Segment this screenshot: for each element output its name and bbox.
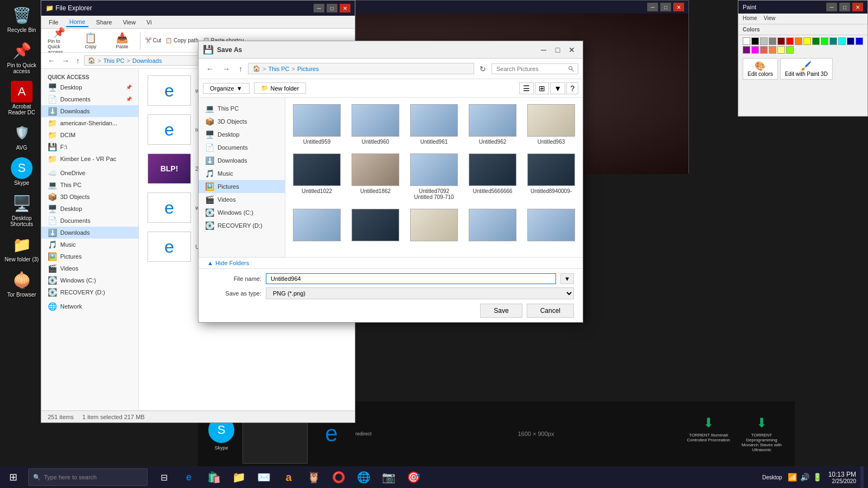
desktop-icon-skype[interactable]: S Skype bbox=[2, 155, 41, 188]
sidebar-f-drive[interactable]: 💾 F:\ bbox=[41, 141, 138, 153]
dsb-music[interactable]: 🎵 Music bbox=[199, 167, 285, 180]
addr-this-pc[interactable]: This PC bbox=[103, 57, 124, 64]
taskbar-task-view[interactable]: ⊟ bbox=[152, 466, 176, 488]
sidebar-music[interactable]: 🎵 Music bbox=[41, 239, 138, 251]
sidebar-network[interactable]: 🌐 Network bbox=[41, 300, 138, 312]
copy-path-option[interactable]: 📋 Copy path bbox=[165, 37, 198, 43]
thumb-row3-3[interactable] bbox=[407, 207, 461, 246]
edge-icon-area[interactable]: e bbox=[310, 421, 353, 447]
save-button[interactable]: Save bbox=[480, 304, 522, 318]
taskbar-chrome[interactable]: 🌐 bbox=[352, 466, 375, 488]
volume-tray-icon[interactable]: 🔊 bbox=[800, 473, 809, 481]
close-button[interactable]: ✕ bbox=[340, 4, 350, 12]
desktop-icon-tor[interactable]: 🧅 Tor Browser bbox=[2, 267, 41, 300]
filetype-select[interactable]: PNG (*.png) bbox=[266, 287, 574, 299]
thumb-row3-1[interactable] bbox=[290, 207, 344, 246]
dsb-windows-c[interactable]: 💽 Windows (C:) bbox=[199, 206, 285, 219]
thumb-untitled962[interactable]: Untitled962 bbox=[465, 102, 520, 147]
color-lime[interactable] bbox=[821, 37, 828, 45]
thumb-untitled8940[interactable]: Untitled8940009- bbox=[524, 151, 578, 202]
thumb-row3-2[interactable] bbox=[348, 207, 403, 246]
view-options-btn[interactable]: ▼ bbox=[550, 82, 565, 94]
taskbar-clock[interactable]: 10:13 PM 2/25/2020 bbox=[828, 471, 856, 484]
filename-input[interactable] bbox=[266, 273, 556, 284]
color-teal[interactable] bbox=[829, 37, 837, 45]
maximize-button[interactable]: □ bbox=[327, 4, 337, 12]
taskbar-search-box[interactable]: 🔍 Type here to search bbox=[28, 468, 148, 486]
paint-ribbon-view[interactable]: View bbox=[762, 15, 778, 23]
battery-tray-icon[interactable]: 🔋 bbox=[813, 473, 822, 481]
edit-paint3d-btn[interactable]: 🖌️ Edit with Paint 3D bbox=[780, 58, 833, 80]
thumb-untitled961[interactable]: Untitled961 bbox=[407, 102, 461, 147]
color-silver[interactable] bbox=[760, 37, 768, 45]
ribbon-view[interactable]: View bbox=[119, 18, 139, 27]
dsb-documents[interactable]: 📄 Documents bbox=[199, 141, 285, 154]
color-navy[interactable] bbox=[847, 37, 854, 45]
forward-button[interactable]: → bbox=[60, 55, 72, 66]
taskbar-edge[interactable]: e bbox=[177, 466, 201, 488]
new-folder-button[interactable]: 📁 New folder bbox=[254, 82, 307, 94]
thumb-untitled1022[interactable]: Untitled1022 bbox=[290, 151, 344, 202]
hide-folders-toggle[interactable]: ▲ Hide Folders bbox=[199, 257, 583, 268]
copy-btn[interactable]: 📋 Copy bbox=[77, 31, 104, 50]
taskbar-mail[interactable]: ✉️ bbox=[252, 466, 276, 488]
taskbar-camera[interactable]: 📷 bbox=[376, 466, 400, 488]
color-orange[interactable] bbox=[795, 37, 802, 45]
color-purple[interactable] bbox=[743, 46, 750, 54]
dsb-pictures[interactable]: 🖼️ Pictures bbox=[199, 180, 285, 193]
desktop-icon-recycle-bin[interactable]: 🗑️ Recycle Bin bbox=[2, 2, 41, 35]
color-coral[interactable] bbox=[769, 46, 776, 54]
desktop-icon-shortcuts[interactable]: 🖥️ Desktop Shortcuts bbox=[2, 190, 41, 229]
ribbon-vi[interactable]: Vi bbox=[143, 18, 155, 27]
sidebar-dcim[interactable]: 📁 DCIM bbox=[41, 129, 138, 141]
color-black[interactable] bbox=[751, 37, 759, 45]
thumb-row3-5[interactable] bbox=[524, 207, 578, 246]
color-blue[interactable] bbox=[856, 37, 863, 45]
taskbar-file-explorer[interactable]: 📁 bbox=[227, 466, 251, 488]
thumb-untitled960[interactable]: Untitled960 bbox=[348, 102, 403, 147]
sidebar-kimber[interactable]: 📁 Kimber Lee - VR Pac bbox=[41, 153, 138, 165]
edit-colors-btn[interactable]: 🎨 Edit colors bbox=[743, 58, 778, 80]
camera-minimize[interactable]: ─ bbox=[647, 3, 658, 11]
sidebar-desktop[interactable]: 🖥️ Desktop 📌 bbox=[41, 81, 138, 93]
dialog-search-input[interactable] bbox=[492, 63, 578, 74]
taskbar-store[interactable]: 🛍️ bbox=[202, 466, 226, 488]
paste-btn[interactable]: 📥 Paste bbox=[108, 31, 136, 50]
thumb-untitled959[interactable]: Untitled959 bbox=[290, 102, 344, 147]
sidebar-documents[interactable]: 📄 Documents 📌 bbox=[41, 93, 138, 105]
paint-minimize[interactable]: ─ bbox=[826, 3, 837, 11]
dsb-desktop[interactable]: 🖥️ Desktop bbox=[199, 128, 285, 141]
dialog-addr-pictures[interactable]: Pictures bbox=[297, 66, 319, 72]
color-rose[interactable] bbox=[760, 46, 768, 54]
minimize-button[interactable]: ─ bbox=[314, 4, 324, 12]
sidebar-documents-2[interactable]: 📄 Documents bbox=[41, 215, 138, 227]
desktop-icon-new-folder[interactable]: 📁 New folder (3) bbox=[2, 232, 41, 265]
pin-to-quick-access-btn[interactable]: 📌 Pin to Quick access bbox=[46, 25, 73, 56]
dialog-back[interactable]: ← bbox=[203, 63, 217, 74]
paint-maximize[interactable]: □ bbox=[839, 3, 850, 11]
color-green[interactable] bbox=[812, 37, 820, 45]
ribbon-share[interactable]: Share bbox=[93, 18, 115, 27]
thumb-untitled1862[interactable]: Untitled1862 bbox=[348, 151, 403, 202]
back-button[interactable]: ← bbox=[46, 55, 58, 66]
dialog-close[interactable]: ✕ bbox=[565, 44, 578, 55]
filename-dropdown[interactable]: ▼ bbox=[560, 273, 574, 284]
grid-view-btn[interactable]: ⊞ bbox=[535, 82, 549, 94]
dialog-address[interactable]: 🏠 > This PC > Pictures bbox=[248, 63, 474, 74]
sidebar-downloads-2[interactable]: ⬇️ Downloads bbox=[41, 227, 138, 239]
dsb-3d[interactable]: 📦 3D Objects bbox=[199, 115, 285, 128]
taskbar-amazon[interactable]: a bbox=[277, 466, 301, 488]
torrent-illuminati[interactable]: ⬇ TORRENT Illuminati Controlled Procreat… bbox=[684, 415, 733, 452]
up-button[interactable]: ↑ bbox=[74, 55, 82, 66]
desktop-icon-acrobat[interactable]: A Acrobat Reader DC bbox=[2, 79, 41, 118]
sidebar-this-pc[interactable]: 💻 This PC bbox=[41, 179, 138, 191]
help-btn[interactable]: ? bbox=[566, 82, 578, 94]
taskbar-app7[interactable]: ⭕ bbox=[327, 466, 350, 488]
cancel-button[interactable]: Cancel bbox=[527, 304, 574, 318]
sidebar-downloads[interactable]: ⬇️ Downloads bbox=[41, 105, 138, 117]
desktop-icon-pin[interactable]: 📌 Pin to Quick access bbox=[2, 37, 41, 76]
dsb-recovery[interactable]: 💽 RECOVERY (D:) bbox=[199, 219, 285, 232]
show-desktop-button[interactable] bbox=[860, 466, 864, 488]
sidebar-recovery-d[interactable]: 💽 RECOVERY (D:) bbox=[41, 286, 138, 298]
paint-ribbon-tab[interactable]: Home bbox=[741, 15, 760, 23]
